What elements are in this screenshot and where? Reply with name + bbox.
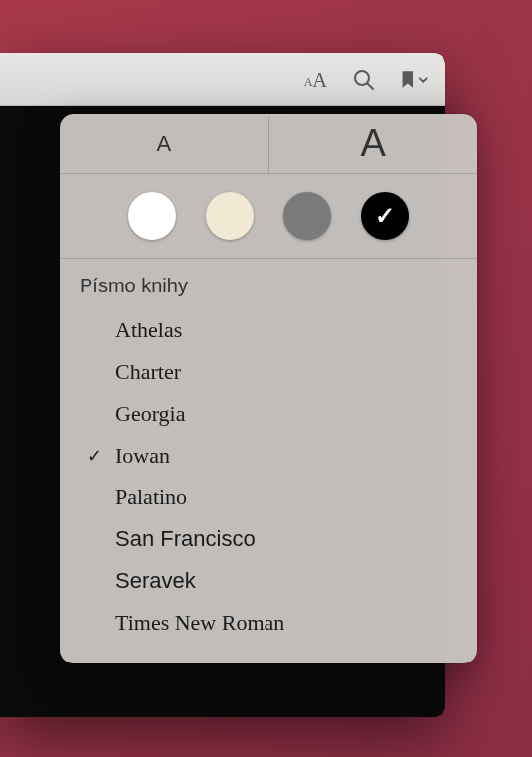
font-option-label: Athelas bbox=[115, 317, 182, 343]
appearance-popover: A A ✓ Písmo knihy AthelasCharterGeorgia✓… bbox=[60, 114, 477, 663]
font-list: AthelasCharterGeorgia✓IowanPalatinoSan F… bbox=[60, 309, 477, 644]
bookmark-icon bbox=[400, 69, 416, 91]
font-size-row: A A bbox=[60, 114, 477, 174]
check-icon: ✓ bbox=[88, 445, 102, 467]
font-option-georgia[interactable]: Georgia bbox=[60, 393, 477, 435]
font-section-header: Písmo knihy bbox=[60, 275, 477, 309]
decrease-font-button[interactable]: A bbox=[60, 114, 269, 173]
increase-font-button[interactable]: A bbox=[269, 114, 478, 173]
font-option-label: San Francisco bbox=[115, 526, 256, 552]
search-button[interactable] bbox=[350, 66, 378, 94]
theme-gray[interactable] bbox=[283, 192, 331, 240]
font-option-seravek[interactable]: Seravek bbox=[60, 560, 477, 602]
font-option-times-new-roman[interactable]: Times New Roman bbox=[60, 602, 477, 644]
svg-line-3 bbox=[368, 83, 374, 89]
font-option-label: Iowan bbox=[115, 443, 170, 469]
font-option-label: Times New Roman bbox=[115, 610, 284, 636]
check-icon: ✓ bbox=[375, 202, 395, 230]
theme-row: ✓ bbox=[60, 174, 477, 259]
font-option-label: Seravek bbox=[115, 568, 196, 594]
theme-white[interactable] bbox=[128, 192, 176, 240]
bookmark-button[interactable] bbox=[400, 66, 428, 94]
svg-text:A: A bbox=[312, 69, 327, 91]
chevron-down-icon bbox=[418, 74, 428, 86]
font-option-athelas[interactable]: Athelas bbox=[60, 309, 477, 351]
theme-sepia[interactable] bbox=[206, 192, 254, 240]
font-option-label: Charter bbox=[115, 359, 181, 385]
appearance-button[interactable]: A A bbox=[300, 66, 328, 94]
font-option-palatino[interactable]: Palatino bbox=[60, 476, 477, 518]
font-option-iowan[interactable]: ✓Iowan bbox=[60, 435, 477, 476]
font-option-label: Georgia bbox=[115, 401, 185, 427]
theme-night[interactable]: ✓ bbox=[361, 192, 409, 240]
search-icon bbox=[353, 69, 375, 91]
font-section: Písmo knihy AthelasCharterGeorgia✓IowanP… bbox=[60, 259, 477, 663]
font-option-charter[interactable]: Charter bbox=[60, 351, 477, 393]
titlebar: A A bbox=[0, 53, 445, 106]
text-size-icon: A A bbox=[300, 69, 328, 91]
font-option-label: Palatino bbox=[115, 484, 187, 510]
font-option-san-francisco[interactable]: San Francisco bbox=[60, 518, 477, 560]
